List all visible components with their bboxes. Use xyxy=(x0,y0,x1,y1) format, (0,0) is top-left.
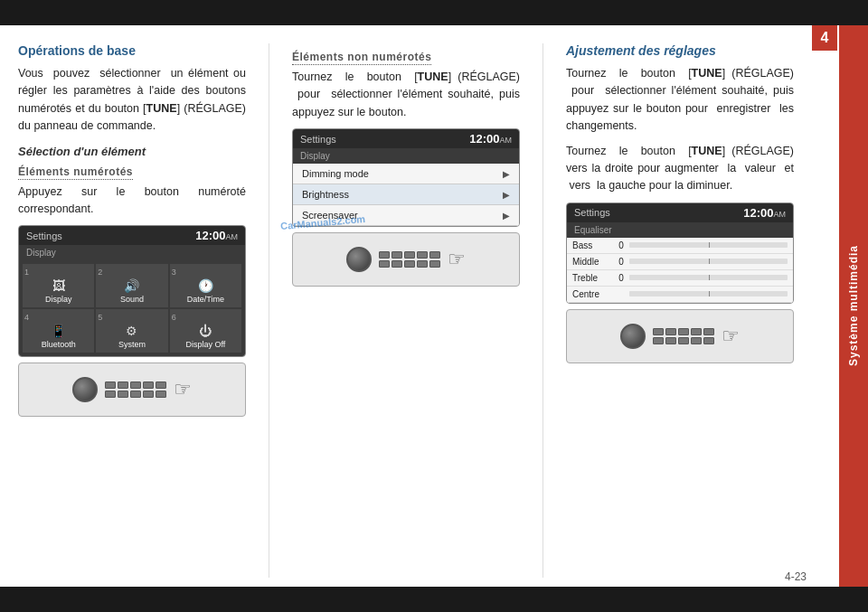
column-2: Éléments non numérotés Tournez le bouton… xyxy=(292,43,520,578)
eq-bar-middle xyxy=(629,259,788,264)
col1-body1: Vous pouvez sélectionner un élément ou r… xyxy=(18,65,246,136)
eq-row-treble: Treble 0 xyxy=(567,270,793,287)
col1-body2: Appuyez sur le bouton numéroté correspon… xyxy=(18,184,246,219)
settings-item-screensaver: Screensaver ▶ xyxy=(293,205,519,226)
bottom-bar xyxy=(0,587,868,612)
eq-row-middle: Middle 0 xyxy=(567,254,793,270)
hand-icon-3: ☞ xyxy=(722,325,740,348)
control-knob-3 xyxy=(620,324,646,349)
hand-icon-2: ☞ xyxy=(448,248,466,271)
settings-header-3: Settings 12:00AM xyxy=(567,203,793,222)
control-buttons-2 xyxy=(379,251,440,268)
eq-bar-treble xyxy=(629,275,788,280)
settings-time-3: 12:00AM xyxy=(743,206,786,220)
arrow-icon-3: ▶ xyxy=(503,211,510,221)
arrow-icon-1: ▶ xyxy=(503,169,510,179)
settings-time-1: 12:00AM xyxy=(195,229,238,242)
column-3: Ajustement des réglages Tournez le bouto… xyxy=(566,43,794,578)
bold-tune-4: TUNE xyxy=(692,145,722,157)
settings-header-2: Settings 12:00AM xyxy=(293,129,519,148)
car-control-2: ☞ xyxy=(292,232,520,287)
col2-title: Éléments non numérotés xyxy=(292,51,520,65)
icon-cell-system: 5 ⚙ System xyxy=(96,309,167,353)
col3-title: Ajustement des réglages xyxy=(566,43,794,58)
settings-tab-equaliser: Equaliser xyxy=(567,222,793,238)
control-knob-2 xyxy=(346,247,372,272)
bold-tune-2: TUNE xyxy=(418,71,448,83)
icon-cell-datetime: 3 🕐 Date/Time xyxy=(170,264,241,307)
icon-grid: 1 🖼 Display 2 🔊 Sound 3 🕐 Date/Time 4 📱 xyxy=(19,260,245,356)
bold-tune-3: TUNE xyxy=(692,67,722,80)
col1-subsection1sub: Éléments numérotés xyxy=(18,165,246,180)
icon-cell-bluetooth: 4 📱 Bluetooth xyxy=(23,309,94,353)
column-1: Opérations de base Vous pouvez sélection… xyxy=(18,43,246,578)
settings-screen-3: Settings 12:00AM Equaliser Bass 0 Middle… xyxy=(566,202,794,304)
control-knob-1 xyxy=(72,377,98,402)
car-control-1: ☞ xyxy=(18,362,246,417)
eq-row-centre: Centre xyxy=(567,287,793,303)
eq-bar-bass xyxy=(629,242,788,248)
settings-item-dimming: Dimming mode ▶ xyxy=(293,164,519,184)
arrow-icon-2: ▶ xyxy=(503,190,510,200)
settings-time-2: 12:00AM xyxy=(469,132,512,146)
main-content: Opérations de base Vous pouvez sélection… xyxy=(0,25,812,587)
icon-cell-sound: 2 🔊 Sound xyxy=(96,264,167,307)
top-bar xyxy=(0,0,868,25)
settings-title-2: Settings xyxy=(300,134,336,145)
eq-bar-centre xyxy=(629,291,788,297)
icon-cell-display: 1 🖼 Display xyxy=(23,264,94,307)
section-number: 4 xyxy=(812,25,837,51)
side-tab: Système multimédia xyxy=(839,25,868,587)
settings-title-3: Settings xyxy=(574,207,610,218)
col2-body: Tournez le bouton [TUNE] (RÉGLAGE) pour … xyxy=(292,69,520,121)
icon-cell-displayoff: 6 ⏻ Display Off xyxy=(170,309,241,353)
settings-header-1: Settings 12:00AM xyxy=(19,226,245,245)
col1-title: Opérations de base xyxy=(18,43,246,58)
col1-subsection1: Sélection d'un élément xyxy=(18,145,246,158)
divider-2 xyxy=(542,43,543,578)
car-control-3: ☞ xyxy=(566,309,794,363)
col3-body2: Tournez le bouton [TUNE] (RÉGLAGE) vers … xyxy=(566,143,794,195)
col3-body1: Tournez le bouton [TUNE] (RÉGLAGE) pour … xyxy=(566,65,794,136)
settings-screen-1: Settings 12:00AM Display 1 🖼 Display 2 🔊… xyxy=(18,225,246,357)
settings-screen-2: Settings 12:00AM Display Dimming mode ▶ … xyxy=(292,128,520,227)
side-tab-label: Système multimédia xyxy=(847,245,860,366)
control-buttons-3 xyxy=(653,328,714,344)
control-buttons-1 xyxy=(105,381,166,398)
settings-tab-display-1: Display xyxy=(19,245,245,260)
bold-tune-1: TUNE xyxy=(146,102,177,115)
settings-item-brightness: Brightness ▶ xyxy=(293,184,519,205)
eq-row-bass: Bass 0 xyxy=(567,238,793,254)
divider-1 xyxy=(269,43,269,578)
hand-icon-1: ☞ xyxy=(174,378,192,401)
settings-title-1: Settings xyxy=(26,231,62,241)
settings-tab-display-2: Display xyxy=(293,148,519,164)
